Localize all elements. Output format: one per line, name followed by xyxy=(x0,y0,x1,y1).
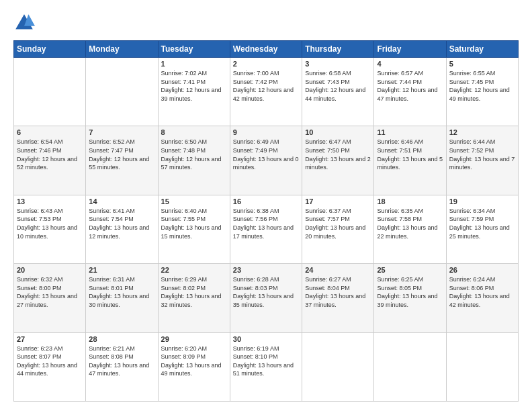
day-number: 20 xyxy=(17,266,83,274)
day-info: Sunrise: 6:25 AMSunset: 8:05 PMDaylight:… xyxy=(377,275,443,309)
calendar-day-cell: 9Sunrise: 6:49 AMSunset: 7:49 PMDaylight… xyxy=(230,126,302,195)
day-number: 22 xyxy=(161,266,227,274)
calendar-day-cell: 29Sunrise: 6:20 AMSunset: 8:09 PMDayligh… xyxy=(158,332,230,401)
day-info: Sunrise: 6:28 AMSunset: 8:03 PMDaylight:… xyxy=(233,275,299,309)
calendar-week-row: 6Sunrise: 6:54 AMSunset: 7:46 PMDaylight… xyxy=(14,126,519,195)
calendar-header-cell: Saturday xyxy=(446,41,518,58)
day-number: 2 xyxy=(233,60,299,68)
calendar-header-cell: Thursday xyxy=(302,41,374,58)
calendar-day-cell: 13Sunrise: 6:43 AMSunset: 7:53 PMDayligh… xyxy=(14,195,86,263)
day-info: Sunrise: 6:27 AMSunset: 8:04 PMDaylight:… xyxy=(305,275,371,309)
calendar-day-cell: 23Sunrise: 6:28 AMSunset: 8:03 PMDayligh… xyxy=(230,264,302,332)
day-info: Sunrise: 6:34 AMSunset: 7:59 PMDaylight:… xyxy=(449,207,515,240)
day-info: Sunrise: 6:55 AMSunset: 7:45 PMDaylight:… xyxy=(449,69,515,103)
header xyxy=(13,12,519,34)
day-info: Sunrise: 6:41 AMSunset: 7:54 PMDaylight:… xyxy=(89,207,154,240)
day-number: 10 xyxy=(305,128,371,136)
day-info: Sunrise: 6:47 AMSunset: 7:50 PMDaylight:… xyxy=(305,138,371,171)
calendar-day-cell: 1Sunrise: 7:02 AMSunset: 7:41 PMDaylight… xyxy=(158,58,230,126)
day-number: 8 xyxy=(161,128,227,136)
calendar-day-cell: 7Sunrise: 6:52 AMSunset: 7:47 PMDaylight… xyxy=(86,126,158,195)
calendar-day-cell: 3Sunrise: 6:58 AMSunset: 7:43 PMDaylight… xyxy=(302,58,374,126)
day-number: 3 xyxy=(305,60,371,68)
logo-icon xyxy=(13,12,35,34)
calendar-header-row: SundayMondayTuesdayWednesdayThursdayFrid… xyxy=(14,41,519,58)
calendar-day-cell: 5Sunrise: 6:55 AMSunset: 7:45 PMDaylight… xyxy=(446,58,518,126)
calendar-day-cell: 28Sunrise: 6:21 AMSunset: 8:08 PMDayligh… xyxy=(86,332,158,401)
logo xyxy=(13,12,38,34)
calendar-header-cell: Friday xyxy=(374,41,446,58)
day-number: 7 xyxy=(89,128,154,136)
day-number: 28 xyxy=(89,335,154,343)
day-number: 6 xyxy=(17,128,83,136)
day-info: Sunrise: 6:32 AMSunset: 8:00 PMDaylight:… xyxy=(17,275,83,309)
day-info: Sunrise: 6:46 AMSunset: 7:51 PMDaylight:… xyxy=(377,138,443,171)
day-number: 21 xyxy=(89,266,154,274)
day-info: Sunrise: 6:54 AMSunset: 7:46 PMDaylight:… xyxy=(17,138,83,171)
day-info: Sunrise: 7:02 AMSunset: 7:41 PMDaylight:… xyxy=(161,69,227,103)
day-info: Sunrise: 6:44 AMSunset: 7:52 PMDaylight:… xyxy=(449,138,515,171)
day-number: 1 xyxy=(161,60,227,68)
calendar-day-cell: 25Sunrise: 6:25 AMSunset: 8:05 PMDayligh… xyxy=(374,264,446,332)
day-info: Sunrise: 6:23 AMSunset: 8:07 PMDaylight:… xyxy=(17,345,83,378)
day-info: Sunrise: 6:35 AMSunset: 7:58 PMDaylight:… xyxy=(377,207,443,240)
calendar-day-cell xyxy=(302,332,374,401)
calendar-day-cell: 20Sunrise: 6:32 AMSunset: 8:00 PMDayligh… xyxy=(14,264,86,332)
day-number: 5 xyxy=(449,60,515,68)
day-number: 9 xyxy=(233,128,299,136)
calendar-day-cell: 14Sunrise: 6:41 AMSunset: 7:54 PMDayligh… xyxy=(86,195,158,263)
calendar-header-cell: Wednesday xyxy=(230,41,302,58)
calendar-day-cell xyxy=(374,332,446,401)
calendar-day-cell: 18Sunrise: 6:35 AMSunset: 7:58 PMDayligh… xyxy=(374,195,446,263)
day-number: 12 xyxy=(449,128,515,136)
day-number: 24 xyxy=(305,266,371,274)
day-info: Sunrise: 6:37 AMSunset: 7:57 PMDaylight:… xyxy=(305,207,371,240)
day-number: 18 xyxy=(377,197,443,205)
day-info: Sunrise: 6:40 AMSunset: 7:55 PMDaylight:… xyxy=(161,207,227,240)
calendar-day-cell: 27Sunrise: 6:23 AMSunset: 8:07 PMDayligh… xyxy=(14,332,86,401)
day-number: 27 xyxy=(17,335,83,343)
calendar-day-cell: 21Sunrise: 6:31 AMSunset: 8:01 PMDayligh… xyxy=(86,264,158,332)
day-number: 26 xyxy=(449,266,515,274)
day-number: 29 xyxy=(161,335,227,343)
calendar-day-cell xyxy=(86,58,158,126)
calendar-day-cell: 30Sunrise: 6:19 AMSunset: 8:10 PMDayligh… xyxy=(230,332,302,401)
calendar-day-cell: 24Sunrise: 6:27 AMSunset: 8:04 PMDayligh… xyxy=(302,264,374,332)
day-info: Sunrise: 6:38 AMSunset: 7:56 PMDaylight:… xyxy=(233,207,299,240)
day-number: 25 xyxy=(377,266,443,274)
day-number: 14 xyxy=(89,197,154,205)
calendar-day-cell: 22Sunrise: 6:29 AMSunset: 8:02 PMDayligh… xyxy=(158,264,230,332)
calendar-week-row: 27Sunrise: 6:23 AMSunset: 8:07 PMDayligh… xyxy=(14,332,519,401)
day-number: 4 xyxy=(377,60,443,68)
day-info: Sunrise: 6:24 AMSunset: 8:06 PMDaylight:… xyxy=(449,275,515,309)
calendar-day-cell: 11Sunrise: 6:46 AMSunset: 7:51 PMDayligh… xyxy=(374,126,446,195)
day-info: Sunrise: 6:50 AMSunset: 7:48 PMDaylight:… xyxy=(161,138,227,171)
calendar-week-row: 13Sunrise: 6:43 AMSunset: 7:53 PMDayligh… xyxy=(14,195,519,263)
day-number: 15 xyxy=(161,197,227,205)
calendar-day-cell: 26Sunrise: 6:24 AMSunset: 8:06 PMDayligh… xyxy=(446,264,518,332)
day-info: Sunrise: 6:52 AMSunset: 7:47 PMDaylight:… xyxy=(89,138,154,171)
calendar-header-cell: Monday xyxy=(86,41,158,58)
calendar-header-cell: Tuesday xyxy=(158,41,230,58)
calendar-day-cell: 4Sunrise: 6:57 AMSunset: 7:44 PMDaylight… xyxy=(374,58,446,126)
day-info: Sunrise: 6:57 AMSunset: 7:44 PMDaylight:… xyxy=(377,69,443,103)
day-number: 23 xyxy=(233,266,299,274)
day-info: Sunrise: 6:49 AMSunset: 7:49 PMDaylight:… xyxy=(233,138,299,171)
day-info: Sunrise: 6:20 AMSunset: 8:09 PMDaylight:… xyxy=(161,345,227,378)
calendar-day-cell: 6Sunrise: 6:54 AMSunset: 7:46 PMDaylight… xyxy=(14,126,86,195)
calendar-day-cell xyxy=(446,332,518,401)
calendar-day-cell xyxy=(14,58,86,126)
calendar-day-cell: 2Sunrise: 7:00 AMSunset: 7:42 PMDaylight… xyxy=(230,58,302,126)
day-info: Sunrise: 7:00 AMSunset: 7:42 PMDaylight:… xyxy=(233,69,299,103)
calendar-day-cell: 10Sunrise: 6:47 AMSunset: 7:50 PMDayligh… xyxy=(302,126,374,195)
day-info: Sunrise: 6:19 AMSunset: 8:10 PMDaylight:… xyxy=(233,345,299,378)
calendar-day-cell: 17Sunrise: 6:37 AMSunset: 7:57 PMDayligh… xyxy=(302,195,374,263)
day-info: Sunrise: 6:31 AMSunset: 8:01 PMDaylight:… xyxy=(89,275,154,309)
page: SundayMondayTuesdayWednesdayThursdayFrid… xyxy=(0,0,532,411)
calendar-day-cell: 15Sunrise: 6:40 AMSunset: 7:55 PMDayligh… xyxy=(158,195,230,263)
day-number: 17 xyxy=(305,197,371,205)
calendar-table: SundayMondayTuesdayWednesdayThursdayFrid… xyxy=(13,40,519,402)
calendar-week-row: 20Sunrise: 6:32 AMSunset: 8:00 PMDayligh… xyxy=(14,264,519,332)
day-number: 11 xyxy=(377,128,443,136)
day-info: Sunrise: 6:29 AMSunset: 8:02 PMDaylight:… xyxy=(161,275,227,309)
